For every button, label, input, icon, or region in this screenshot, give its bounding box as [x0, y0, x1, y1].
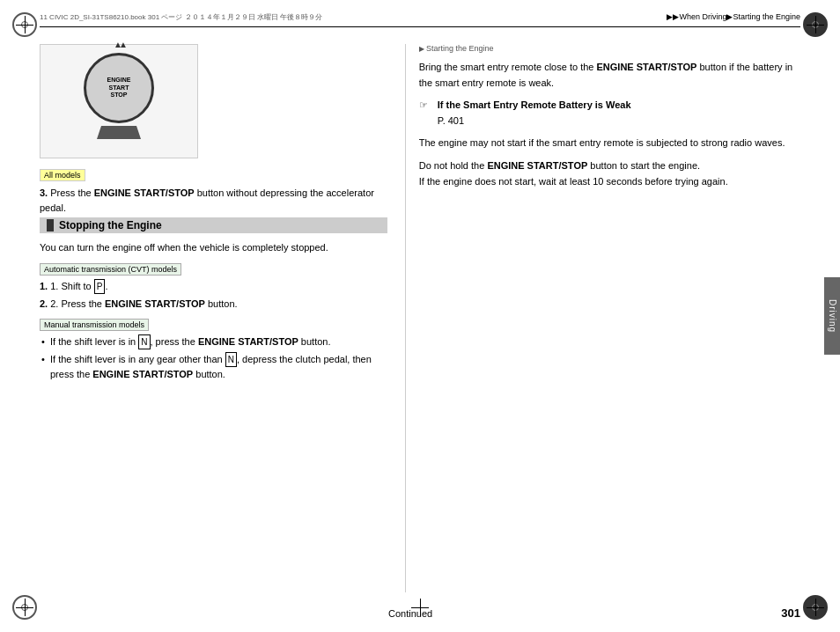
- right-para-2: The engine may not start if the smart en…: [419, 136, 800, 151]
- left-column: ENGINE START STOP All models 3. Press th…: [40, 44, 405, 592]
- right-section-header: Starting the Engine: [419, 44, 800, 55]
- footer: Continued 301: [40, 606, 800, 620]
- driving-tab: Driving: [824, 277, 840, 355]
- stopping-engine-heading: Stopping the Engine: [40, 217, 387, 233]
- two-column-layout: ENGINE START STOP All models 3. Press th…: [40, 44, 800, 592]
- engine-button-illustration: ENGINE START STOP: [66, 53, 172, 150]
- page-number: 301: [781, 606, 800, 620]
- badge-auto-trans: Automatic transmission (CVT) models: [40, 263, 181, 276]
- right-para-1: Bring the smart entry remote close to th…: [419, 60, 800, 91]
- badge-all-models: All models: [40, 169, 85, 181]
- continued-label: Continued: [388, 608, 432, 619]
- main-content: ENGINE START STOP All models 3. Press th…: [40, 44, 800, 592]
- battery-weak-note: ☞ If the Smart Entry Remote Battery is W…: [419, 98, 800, 129]
- manual-bullet-2: If the shift lever is in any gear other …: [40, 352, 387, 382]
- n-key-2: N: [225, 352, 237, 367]
- note-page-ref: P. 401: [438, 115, 464, 126]
- p-key: P: [94, 279, 106, 294]
- right-column: Starting the Engine Bring the smart entr…: [405, 44, 800, 592]
- engine-button-base: [97, 126, 141, 139]
- step-3: 3. Press the ENGINE START/STOP button wi…: [40, 186, 387, 215]
- stopping-intro: You can turn the engine off when the veh…: [40, 240, 387, 255]
- heading-bar: [47, 219, 54, 231]
- all-models-section: All models 3. Press the ENGINE START/STO…: [40, 169, 387, 215]
- header: 11 CIVIC 2D_SI-31TS86210.book 301 ページ ２０…: [40, 12, 800, 39]
- engine-start-image: ENGINE START STOP: [40, 44, 198, 158]
- badge-manual-trans: Manual transmission models: [40, 319, 149, 331]
- manual-bullet-1: If the shift lever is in N, press the EN…: [40, 334, 387, 349]
- right-content-area: Bring the smart entry remote close to th…: [419, 60, 800, 189]
- engine-button-label: ENGINE START STOP: [107, 77, 131, 99]
- crosshair-tl: [16, 16, 33, 33]
- n-key-1: N: [138, 334, 150, 349]
- note-icon: ☞: [419, 98, 433, 114]
- right-para-3: Do not hold the ENGINE START/STOP button…: [419, 158, 800, 189]
- crosshair-bl: [16, 599, 33, 616]
- crosshair-br: [807, 599, 824, 616]
- note-bold-text: If the Smart Entry Remote Battery is Wea…: [438, 99, 631, 110]
- header-divider: [40, 26, 800, 27]
- step-3-num: 3.: [40, 187, 48, 198]
- auto-step-1: 1. 1. Shift to P.: [40, 279, 387, 294]
- auto-step-2: 2. 2. Press the ENGINE START/STOP button…: [40, 297, 387, 312]
- crosshair-tr: [807, 16, 824, 33]
- breadcrumb: ▶▶When Driving▶Starting the Engine: [667, 12, 800, 21]
- engine-button-circle: ENGINE START STOP: [84, 53, 154, 123]
